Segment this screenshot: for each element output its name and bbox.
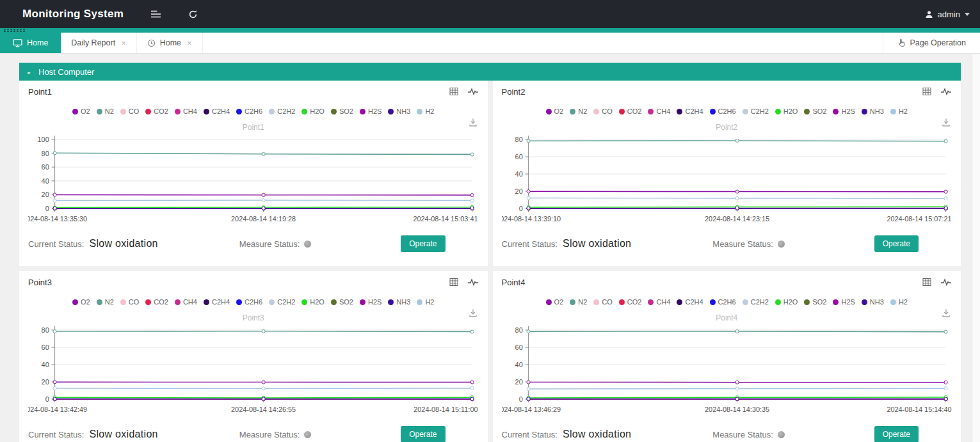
legend-item[interactable]: NH3 — [862, 107, 884, 115]
legend-item[interactable]: H2S — [833, 298, 855, 306]
table-view-icon[interactable] — [449, 278, 458, 287]
legend-color-dot — [145, 109, 151, 114]
download-icon[interactable] — [469, 308, 478, 317]
legend-item[interactable]: C2H6 — [236, 298, 262, 306]
legend-item[interactable]: H2S — [360, 298, 382, 306]
line-chart[interactable]: 0204060802024-08-14 13:42:492024-08-14 1… — [28, 322, 479, 418]
legend-item[interactable]: O2 — [546, 298, 564, 306]
line-chart[interactable]: 0204060802024-08-14 13:46:292024-08-14 1… — [502, 322, 952, 418]
user-menu[interactable]: admin — [925, 10, 970, 19]
legend-item[interactable]: CO — [593, 107, 613, 115]
legend-item[interactable]: C2H4 — [677, 298, 703, 306]
operate-button[interactable]: Operate — [401, 235, 445, 252]
legend-item[interactable]: NH3 — [862, 298, 884, 306]
legend-item[interactable]: CH4 — [175, 298, 197, 306]
legend-item[interactable]: C2H4 — [204, 107, 230, 115]
legend-item[interactable]: CO2 — [145, 107, 168, 115]
legend-color-dot — [204, 109, 209, 114]
legend-color-dot — [890, 109, 896, 114]
legend-item[interactable]: C2H6 — [236, 107, 262, 115]
legend-item[interactable]: O2 — [546, 107, 564, 115]
legend-item[interactable]: H2 — [417, 107, 434, 115]
legend-item[interactable]: CH4 — [648, 298, 670, 306]
legend-item[interactable]: N2 — [97, 298, 114, 306]
line-chart-view-icon[interactable] — [467, 87, 479, 96]
svg-text:40: 40 — [42, 177, 49, 185]
svg-text:80: 80 — [42, 150, 49, 157]
tab-home-2[interactable]: Home × — [137, 33, 203, 53]
measure-status-label: Measure Status: — [712, 430, 773, 439]
legend-item[interactable]: C2H2 — [743, 107, 769, 115]
legend-item[interactable]: H2O — [775, 107, 798, 115]
main-content: - Host Computer Point1 — [19, 63, 961, 442]
legend-item[interactable]: N2 — [570, 298, 587, 306]
legend-item[interactable]: SO2 — [331, 298, 353, 306]
line-chart[interactable]: 0204060801002024-08-14 13:35:302024-08-1… — [28, 132, 479, 228]
legend-item[interactable]: NH3 — [388, 298, 410, 306]
operate-button[interactable]: Operate — [874, 426, 919, 442]
operate-button[interactable]: Operate — [401, 426, 445, 442]
legend-item[interactable]: SO2 — [804, 298, 826, 306]
refresh-icon[interactable] — [188, 10, 198, 19]
line-chart-view-icon[interactable] — [467, 278, 479, 287]
legend-item[interactable]: O2 — [72, 298, 90, 306]
legend-item[interactable]: CO2 — [145, 298, 168, 306]
table-view-icon[interactable] — [922, 278, 931, 287]
legend-item[interactable]: C2H6 — [710, 107, 736, 115]
legend-color-dot — [72, 109, 78, 114]
legend-item[interactable]: C2H4 — [204, 298, 230, 306]
legend-item[interactable]: H2O — [301, 107, 325, 115]
legend-item[interactable]: H2 — [890, 107, 908, 115]
collapse-icon[interactable]: - — [19, 67, 38, 77]
legend-item[interactable]: CO — [593, 298, 613, 306]
legend-item[interactable]: SO2 — [331, 107, 353, 115]
legend-item[interactable]: C2H4 — [677, 107, 703, 115]
close-icon[interactable]: × — [121, 38, 126, 48]
legend-item[interactable]: H2 — [417, 298, 434, 306]
line-chart[interactable]: 0204060802024-08-14 13:39:102024-08-14 1… — [502, 132, 952, 228]
legend-item[interactable]: CH4 — [648, 107, 670, 115]
download-icon[interactable] — [942, 308, 951, 317]
operate-button[interactable]: Operate — [874, 235, 919, 252]
legend-item[interactable]: NH3 — [388, 107, 410, 115]
legend-item[interactable]: N2 — [570, 107, 587, 115]
legend-color-dot — [677, 299, 682, 305]
measure-status-dot — [304, 431, 311, 438]
legend-item[interactable]: CO2 — [619, 298, 642, 306]
legend-label: CO — [129, 107, 140, 115]
close-icon[interactable]: × — [187, 38, 192, 48]
legend-item[interactable]: H2S — [833, 107, 855, 115]
legend-item[interactable]: O2 — [72, 107, 90, 115]
legend-item[interactable]: H2O — [301, 298, 325, 306]
legend-item[interactable]: N2 — [97, 107, 114, 115]
legend-item[interactable]: C2H2 — [269, 107, 295, 115]
legend-item[interactable]: H2 — [890, 298, 908, 306]
legend-item[interactable]: H2S — [360, 107, 382, 115]
tab-daily-report[interactable]: Daily Report × — [61, 33, 136, 53]
legend-item[interactable]: CH4 — [175, 107, 197, 115]
svg-text:40: 40 — [515, 361, 522, 368]
legend-item[interactable]: C2H2 — [269, 298, 295, 306]
legend-item[interactable]: SO2 — [804, 107, 826, 115]
host-computer-header[interactable]: - Host Computer — [19, 63, 961, 81]
legend-item[interactable]: H2O — [775, 298, 798, 306]
line-chart-view-icon[interactable] — [940, 87, 952, 96]
table-view-icon[interactable] — [922, 87, 931, 96]
legend-item[interactable]: CO — [120, 107, 140, 115]
tab-home[interactable]: Home — [0, 33, 61, 53]
page-operation-button[interactable]: Page Operation — [883, 33, 980, 53]
line-chart-view-icon[interactable] — [940, 278, 952, 287]
legend-item[interactable]: C2H2 — [743, 298, 769, 306]
scrollbar-track[interactable] — [972, 54, 980, 442]
legend-item[interactable]: C2H6 — [710, 298, 736, 306]
legend-color-dot — [546, 299, 552, 305]
download-icon[interactable] — [942, 118, 951, 127]
legend-item[interactable]: CO — [120, 298, 140, 306]
table-view-icon[interactable] — [449, 87, 458, 96]
legend-label: H2O — [310, 107, 325, 115]
download-icon[interactable] — [469, 118, 478, 127]
menu-list-icon[interactable] — [150, 10, 161, 19]
legend-label: N2 — [578, 298, 587, 306]
legend-item[interactable]: CO2 — [619, 107, 642, 115]
legend-label: C2H2 — [277, 298, 295, 306]
